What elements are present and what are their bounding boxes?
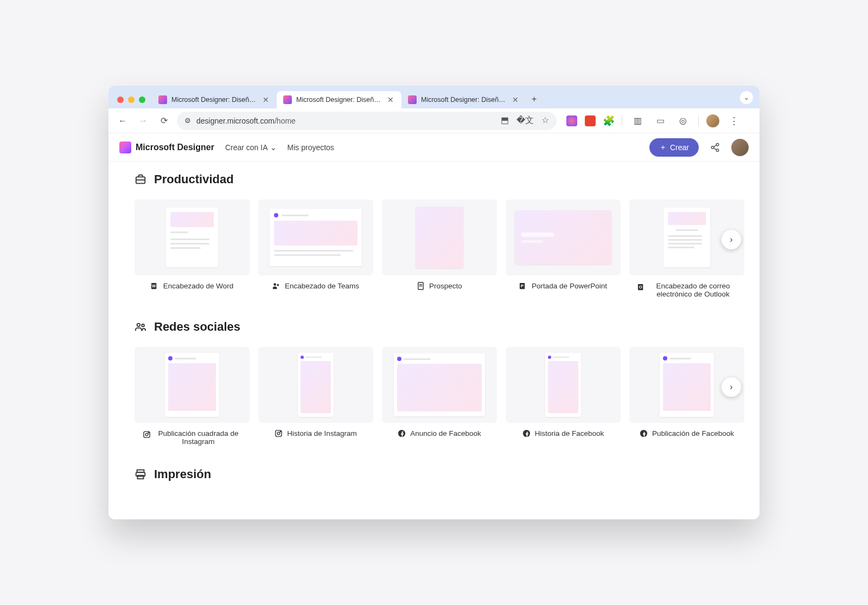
template-label: Historia de Instagram (287, 429, 356, 437)
reading-list-icon[interactable]: ▭ (653, 113, 668, 128)
template-card-ig-square[interactable]: Publicación cuadrada de Instagram (135, 347, 250, 446)
section-productivity: Productividad (135, 172, 733, 298)
template-thumbnail (135, 199, 250, 275)
browser-window: Microsoft Designer: Diseños s ✕ Microsof… (108, 86, 760, 519)
word-icon: W (151, 282, 159, 290)
close-tab-icon[interactable]: ✕ (261, 95, 270, 104)
template-card-ig-story[interactable]: Historia de Instagram (258, 347, 373, 446)
scroll-next-button[interactable]: › (722, 230, 741, 249)
brand[interactable]: Microsoft Designer (119, 141, 214, 153)
lens-icon[interactable]: ◎ (675, 113, 691, 128)
scroll-next-button[interactable]: › (722, 377, 741, 397)
svg-point-1 (711, 146, 714, 149)
share-icon[interactable] (710, 142, 720, 153)
briefcase-icon (135, 173, 146, 185)
extension-icon[interactable] (566, 115, 577, 126)
template-card-ppt-cover[interactable]: P Portada de PowerPoint (506, 199, 621, 298)
template-thumbnail (258, 347, 373, 423)
tab-overflow-button[interactable]: ⌄ (740, 91, 753, 104)
back-button[interactable]: ← (115, 113, 130, 128)
close-tab-icon[interactable]: ✕ (511, 95, 520, 104)
template-card-fb-ad[interactable]: Anuncio de Facebook (382, 347, 497, 446)
browser-toolbar: ← → ⟳ ⚙ designer.microsoft.com/home ⬒ �文… (108, 108, 760, 133)
social-cards: Publicación cuadrada de Instagram (135, 347, 733, 446)
site-settings-icon[interactable]: ⚙ (184, 117, 191, 125)
section-title: Impresión (154, 467, 211, 481)
create-button[interactable]: ＋ Crear (649, 138, 699, 157)
printer-icon (135, 468, 146, 480)
extensions-menu-icon[interactable]: 🧩 (603, 115, 614, 126)
template-card-teams-header[interactable]: Encabezado de Teams (258, 199, 373, 298)
productivity-cards: W Encabezado de Word (135, 199, 733, 298)
template-label: Encabezado de Teams (285, 282, 359, 290)
svg-text:O: O (639, 285, 642, 289)
chevron-down-icon: ⌄ (270, 143, 277, 152)
template-label: Publicación de Facebook (652, 429, 734, 437)
brand-name: Microsoft Designer (136, 143, 214, 152)
close-tab-icon[interactable]: ✕ (386, 95, 395, 104)
bookmark-icon[interactable]: ☆ (541, 115, 549, 126)
user-avatar[interactable] (731, 139, 749, 156)
translate-icon[interactable]: �文 (516, 115, 534, 126)
tab-favicon (408, 95, 417, 104)
plus-icon: ＋ (659, 143, 667, 152)
svg-point-21 (145, 433, 148, 436)
facebook-icon (522, 429, 531, 437)
install-app-icon[interactable]: ⬒ (501, 115, 509, 126)
svg-point-10 (277, 284, 279, 286)
browser-menu-button[interactable]: ⋮ (727, 115, 741, 127)
svg-point-9 (273, 283, 276, 286)
svg-point-18 (137, 324, 141, 327)
svg-text:P: P (521, 284, 524, 288)
divider (622, 115, 622, 126)
divider (698, 115, 699, 126)
svg-line-3 (713, 145, 716, 146)
template-thumbnail (135, 347, 250, 423)
browser-tab-1[interactable]: Microsoft Designer: Diseños s ✕ (277, 91, 401, 108)
forward-button[interactable]: → (136, 113, 151, 128)
section-title: Productividad (154, 172, 234, 186)
template-card-fb-post[interactable]: Publicación de Facebook (629, 347, 744, 446)
app-header: Microsoft Designer Crear con IA ⌄ Mis pr… (108, 133, 760, 162)
maximize-window-button[interactable] (139, 96, 145, 103)
extension-icon[interactable] (585, 115, 596, 126)
template-card-outlook-header[interactable]: O Encabezado de correo electrónico de Ou… (629, 199, 744, 298)
main-content: Productividad (108, 162, 760, 519)
template-label: Encabezado de correo electrónico de Outl… (650, 282, 737, 298)
template-label: Portada de PowerPoint (532, 282, 607, 290)
address-bar[interactable]: ⚙ designer.microsoft.com/home ⬒ �文 ☆ (177, 112, 557, 130)
template-card-fb-story[interactable]: Historia de Facebook (506, 347, 621, 446)
svg-point-0 (716, 143, 719, 146)
template-thumbnail (506, 347, 621, 423)
template-card-word-header[interactable]: W Encabezado de Word (135, 199, 250, 298)
template-card-flyer[interactable]: Prospecto (382, 199, 497, 298)
tab-favicon (283, 95, 292, 104)
svg-point-19 (142, 324, 144, 327)
section-social: Redes sociales Publicación cuadra (135, 320, 733, 446)
side-panel-icon[interactable]: ▥ (630, 113, 645, 128)
reload-button[interactable]: ⟳ (156, 113, 171, 128)
template-thumbnail (382, 347, 497, 423)
new-tab-button[interactable]: + (526, 90, 542, 108)
facebook-icon (640, 429, 648, 437)
browser-tab-0[interactable]: Microsoft Designer: Diseños s ✕ (152, 91, 277, 108)
tab-title: Microsoft Designer: Diseños s (421, 96, 507, 104)
url-text: designer.microsoft.com/home (196, 117, 495, 125)
nav-create-with-ai[interactable]: Crear con IA ⌄ (225, 143, 277, 152)
instagram-icon (143, 430, 151, 439)
template-label: Anuncio de Facebook (410, 429, 481, 437)
doc-icon (417, 282, 425, 290)
template-thumbnail (506, 199, 621, 275)
minimize-window-button[interactable] (128, 96, 135, 103)
svg-point-22 (148, 433, 149, 433)
powerpoint-icon: P (519, 282, 527, 290)
nav-my-projects[interactable]: Mis proyectos (288, 143, 334, 152)
template-label: Historia de Facebook (535, 429, 604, 437)
svg-point-24 (278, 432, 280, 435)
svg-line-4 (713, 148, 716, 150)
browser-tab-2[interactable]: Microsoft Designer: Diseños s ✕ (401, 91, 526, 108)
browser-profile-avatar[interactable] (706, 114, 719, 127)
svg-point-2 (716, 149, 719, 152)
close-window-button[interactable] (117, 96, 124, 103)
brand-logo-icon (119, 141, 131, 153)
